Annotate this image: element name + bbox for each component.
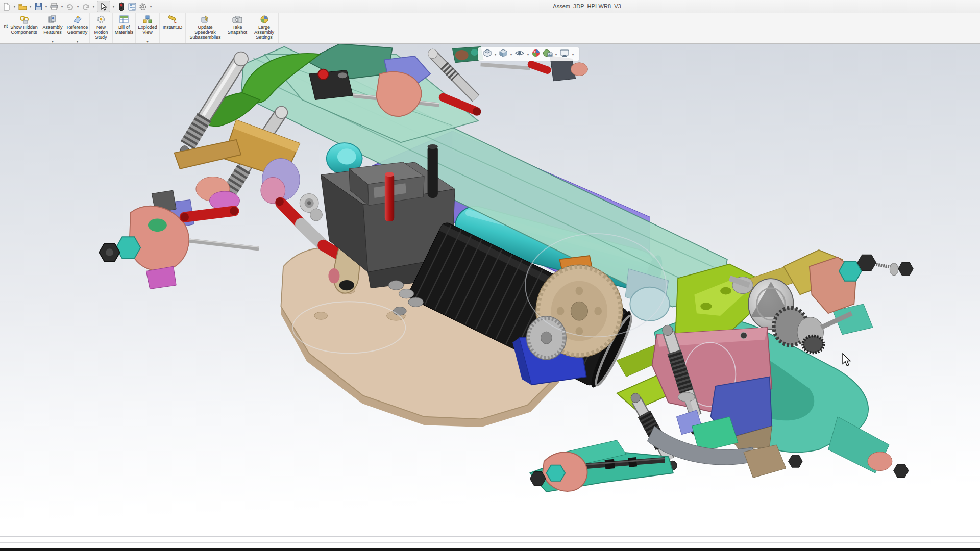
bottom-edge-strip	[0, 548, 980, 551]
instant3d-icon	[167, 14, 178, 24]
exploded-view-icon	[142, 14, 153, 24]
assembly-features-button[interactable]: Assembly Features ▾	[40, 13, 65, 43]
large-assembly-settings-icon	[259, 14, 270, 24]
heads-up-view-toolbar: ▾ ▾ ▾ ▾ ▾	[478, 47, 579, 61]
view-settings-icon[interactable]	[559, 49, 570, 59]
show-hidden-components-button[interactable]: Show Hidden Components	[8, 13, 40, 43]
view-orientation-caret[interactable]: ▾	[510, 53, 512, 56]
select-arrow-button[interactable]	[97, 1, 110, 12]
select-caret[interactable]: ▾	[113, 5, 114, 8]
options-gear-icon[interactable]	[138, 2, 148, 11]
record-indicator-icon[interactable]	[117, 2, 126, 11]
mouse-cursor	[841, 353, 851, 369]
reference-geometry-icon	[72, 14, 83, 24]
undo-icon[interactable]	[65, 2, 75, 11]
print-icon[interactable]	[50, 2, 59, 11]
print-caret[interactable]: ▾	[61, 5, 63, 8]
front-left-knuckle[interactable]	[129, 190, 194, 289]
update-speedpak-button[interactable]: Update SpeedPak Subassemblies	[186, 13, 225, 43]
file-list-icon[interactable]	[128, 2, 137, 11]
bill-of-materials-button[interactable]: Bill of Materials	[113, 13, 136, 43]
apply-scene-icon[interactable]	[543, 48, 553, 60]
assembly-features-caret[interactable]: ▾	[52, 40, 53, 43]
window-title: Assem_3DP_HPI-WR8_V3	[531, 0, 643, 13]
new-caret[interactable]: ▾	[14, 5, 15, 8]
new-document-icon[interactable]	[2, 2, 11, 11]
bill-of-materials-icon	[119, 14, 129, 24]
reference-geometry-caret[interactable]: ▾	[77, 40, 78, 43]
open-caret[interactable]: ▾	[30, 5, 31, 8]
large-assembly-settings-button[interactable]: Large Assembly Settings	[250, 13, 279, 43]
apply-scene-caret[interactable]: ▾	[555, 53, 557, 56]
antenna-rod-black[interactable]	[428, 144, 438, 198]
new-motion-study-icon	[96, 14, 106, 24]
exploded-view-button[interactable]: Exploded View ▾	[136, 13, 160, 43]
new-motion-study-button[interactable]: New Motion Study	[90, 13, 113, 43]
display-style-caret[interactable]: ▾	[495, 53, 496, 56]
graphics-viewport[interactable]: ▾ ▾ ▾ ▾ ▾	[0, 44, 980, 551]
reference-geometry-button[interactable]: Reference Geometry ▾	[65, 13, 90, 43]
save-caret[interactable]: ▾	[45, 5, 47, 8]
save-icon[interactable]	[34, 2, 43, 11]
front-axle-silver[interactable]	[189, 239, 259, 248]
assembly-features-icon	[47, 14, 58, 24]
gear-caret[interactable]: ▾	[150, 5, 152, 8]
model-canvas[interactable]	[0, 44, 980, 551]
show-hidden-components-icon	[19, 14, 29, 24]
hide-show-caret[interactable]: ▾	[527, 53, 529, 56]
antenna-rod-red[interactable]	[385, 172, 394, 221]
title-bar: ▾ ▾ ▾ ▾ ▾ ▾ ▾ ▾ Assem_3DP_HPI-WR8_V3	[0, 0, 980, 13]
view-settings-caret[interactable]: ▾	[572, 53, 574, 56]
hide-show-items-icon[interactable]	[514, 49, 525, 59]
exploded-view-caret[interactable]: ▾	[146, 40, 148, 43]
clutch-bell-inner	[337, 148, 356, 164]
instant3d-button[interactable]: Instant3D	[160, 13, 186, 43]
status-divider-line-1	[0, 536, 980, 537]
redo-caret[interactable]: ▾	[93, 5, 94, 8]
edit-appearance-icon[interactable]	[531, 48, 541, 60]
take-snapshot-button[interactable]: Take Snapshot	[225, 13, 250, 43]
undo-caret[interactable]: ▾	[77, 5, 79, 8]
redo-icon[interactable]	[81, 2, 90, 11]
clipped-button-label[interactable]: nt	[0, 13, 8, 43]
view-orientation-icon[interactable]	[499, 48, 508, 60]
receiver-switch-box[interactable]	[309, 69, 353, 100]
take-snapshot-icon	[232, 14, 242, 24]
bearing-washer[interactable]	[300, 194, 322, 221]
solidworks-window: ▾ ▾ ▾ ▾ ▾ ▾ ▾ ▾ Assem_3DP_HPI-WR8_V3 nt …	[0, 0, 980, 551]
open-folder-icon[interactable]	[18, 2, 27, 11]
bottom-hub-pink[interactable]	[530, 452, 587, 491]
front-left-hex-hub[interactable]	[99, 237, 140, 261]
display-style-icon[interactable]	[483, 48, 492, 60]
pinion-gear[interactable]	[527, 316, 566, 360]
status-divider-line-2	[0, 542, 980, 543]
command-manager-toolbar: nt Show Hidden Components Assembly Featu…	[0, 13, 980, 44]
standard-toolbar: ▾ ▾ ▾ ▾ ▾ ▾ ▾ ▾	[0, 1, 153, 12]
update-speedpak-icon	[200, 14, 210, 24]
rear-hex-and-nuts[interactable]	[839, 255, 913, 281]
rear-right-hub-bottom[interactable]	[868, 452, 909, 478]
